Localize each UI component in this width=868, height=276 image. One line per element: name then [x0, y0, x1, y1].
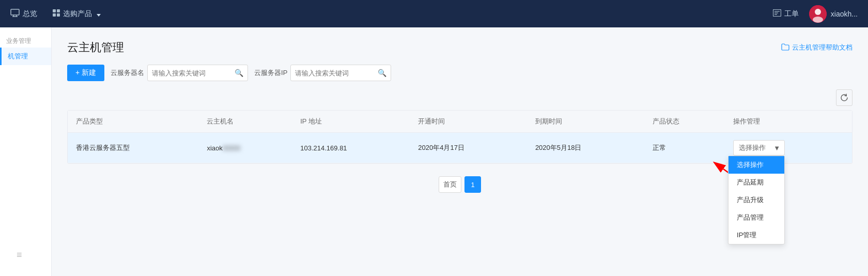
- server-ip-search-group: 云服务器IP 🔍: [254, 65, 391, 81]
- cell-vm-name: xiaokXXXX: [198, 133, 292, 163]
- svg-rect-7: [57, 13, 60, 17]
- top-nav: 总览 选购产品: [0, 0, 868, 27]
- avatar: [809, 5, 827, 23]
- products-label: 选购产品: [63, 9, 92, 19]
- help-link-text: 云主机管理帮助文档: [792, 43, 853, 52]
- page-title: 云主机管理: [67, 40, 124, 55]
- nav-right: 工单 xiaokh...: [773, 5, 858, 23]
- svg-rect-6: [53, 13, 56, 17]
- svg-rect-5: [57, 9, 60, 12]
- nav-ticket[interactable]: 工单: [773, 9, 799, 19]
- action-dropdown-menu: 选择操作 产品延期 产品升级 产品管理 IP管理: [728, 156, 785, 244]
- cell-ip: 103.214.169.81: [292, 133, 410, 163]
- col-end-date: 到期时间: [527, 111, 644, 133]
- svg-rect-4: [53, 9, 56, 12]
- dropdown-item-ip[interactable]: IP管理: [729, 226, 784, 244]
- table-row: 香港云服务器五型 xiaokXXXX 103.214.169.81 2020年4…: [68, 133, 852, 163]
- col-status: 产品状态: [644, 111, 725, 133]
- cell-end-date: 2020年5月18日: [527, 133, 644, 163]
- sidebar: 业务管理 机管理 ≡: [0, 27, 52, 276]
- server-ip-input-wrap: 🔍: [290, 65, 391, 81]
- server-name-search-group: 云服务器名 🔍: [111, 65, 248, 81]
- svg-rect-0: [11, 9, 19, 15]
- folder-icon: [781, 43, 789, 52]
- help-link[interactable]: 云主机管理帮助文档: [781, 43, 853, 52]
- sidebar-item-vm[interactable]: 机管理: [0, 48, 51, 65]
- dropdown-item-upgrade[interactable]: 产品升级: [729, 191, 784, 209]
- dropdown-item-extend[interactable]: 产品延期: [729, 174, 784, 191]
- server-ip-label: 云服务器IP: [254, 68, 287, 78]
- action-select-wrap: 选择操作 ▼ 选择操作 产品延期 产品升级 产品管理 IP管理: [733, 140, 785, 156]
- svg-point-14: [813, 17, 823, 23]
- ticket-icon: [773, 9, 781, 18]
- server-name-search-icon[interactable]: 🔍: [235, 69, 243, 77]
- table-header-row: 产品类型 云主机名 IP 地址 开通时间 到期时间 产品状态 操作管理: [68, 111, 852, 133]
- layout: 业务管理 机管理 ≡ 云主机管理 云主机管理帮助文档 + 新建 云服务器名: [0, 27, 868, 276]
- sidebar-section-title: 业务管理: [0, 33, 51, 48]
- refresh-button[interactable]: [836, 89, 853, 106]
- cell-product-type: 香港云服务器五型: [68, 133, 198, 163]
- page-header: 云主机管理 云主机管理帮助文档: [67, 40, 853, 55]
- cell-action: 选择操作 ▼ 选择操作 产品延期 产品升级 产品管理 IP管理: [725, 133, 852, 163]
- main-content: 云主机管理 云主机管理帮助文档 + 新建 云服务器名 🔍: [52, 27, 868, 276]
- overview-label: 总览: [23, 9, 37, 19]
- new-button[interactable]: + 新建: [67, 65, 104, 81]
- col-start-date: 开通时间: [410, 111, 527, 133]
- server-name-label: 云服务器名: [111, 68, 144, 78]
- cell-start-date: 2020年4月17日: [410, 133, 527, 163]
- monitor-icon: [10, 9, 20, 19]
- nav-left: 总览 选购产品: [10, 9, 101, 19]
- sidebar-item-label: 机管理: [8, 52, 28, 60]
- nav-products[interactable]: 选购产品: [53, 9, 101, 19]
- grid-icon: [53, 9, 60, 18]
- server-name-input-wrap: 🔍: [147, 65, 248, 81]
- col-actions: 操作管理: [725, 111, 852, 133]
- server-ip-search-icon[interactable]: 🔍: [378, 69, 386, 77]
- svg-point-13: [815, 9, 821, 15]
- sidebar-bottom-icon: ≡: [17, 250, 22, 260]
- col-product-type: 产品类型: [68, 111, 198, 133]
- col-ip: IP 地址: [292, 111, 410, 133]
- cell-status: 正常: [644, 133, 725, 163]
- dropdown-item-select[interactable]: 选择操作: [729, 156, 784, 174]
- col-vm-name: 云主机名: [198, 111, 292, 133]
- page-1-button[interactable]: 1: [464, 176, 481, 193]
- nav-user[interactable]: xiaokh...: [809, 5, 858, 23]
- server-ip-input[interactable]: [295, 69, 378, 77]
- action-dropdown-arrow: ▼: [773, 144, 780, 152]
- chevron-down-icon: [95, 10, 101, 18]
- nav-overview[interactable]: 总览: [10, 9, 37, 19]
- vm-table: 产品类型 云主机名 IP 地址 开通时间 到期时间 产品状态 操作管理 香港云服…: [68, 111, 852, 163]
- user-label: xiaokh...: [831, 10, 858, 18]
- dropdown-item-manage[interactable]: 产品管理: [729, 209, 784, 226]
- toolbar: + 新建 云服务器名 🔍 云服务器IP 🔍: [67, 65, 853, 81]
- table-wrap: 产品类型 云主机名 IP 地址 开通时间 到期时间 产品状态 操作管理 香港云服…: [67, 110, 853, 164]
- ticket-label: 工单: [784, 9, 799, 19]
- first-page-button[interactable]: 首页: [439, 176, 461, 193]
- action-dropdown-trigger[interactable]: 选择操作 ▼: [733, 140, 785, 156]
- refresh-row: [67, 89, 853, 106]
- server-name-input[interactable]: [152, 69, 235, 77]
